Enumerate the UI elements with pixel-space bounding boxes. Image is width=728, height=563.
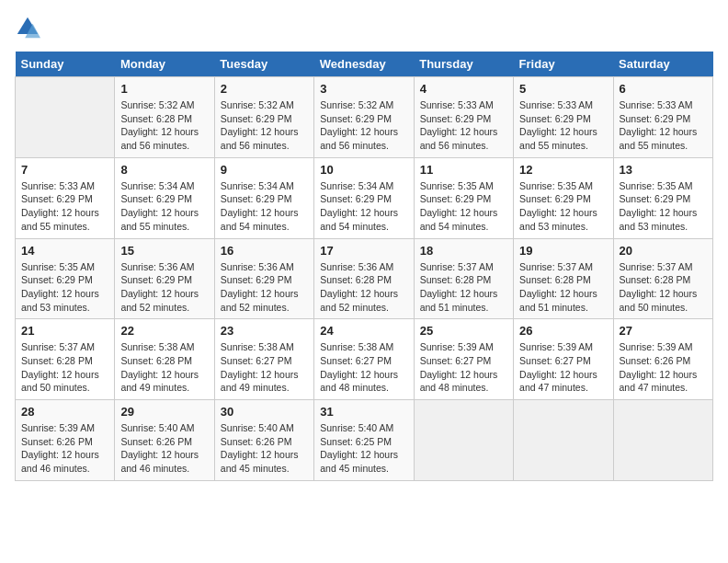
day-number: 28 [21, 405, 108, 419]
logo [15, 15, 44, 40]
calendar-cell: 13Sunrise: 5:35 AM Sunset: 6:29 PM Dayli… [613, 157, 712, 238]
day-info: Sunrise: 5:33 AM Sunset: 6:29 PM Dayligh… [519, 98, 607, 153]
day-number: 29 [120, 405, 208, 419]
day-number: 25 [420, 324, 507, 338]
header-cell-wednesday: Wednesday [314, 52, 414, 77]
calendar-cell: 10Sunrise: 5:34 AM Sunset: 6:29 PM Dayli… [314, 157, 414, 238]
day-info: Sunrise: 5:32 AM Sunset: 6:28 PM Dayligh… [120, 98, 208, 153]
calendar-cell: 5Sunrise: 5:33 AM Sunset: 6:29 PM Daylig… [514, 77, 613, 158]
header-cell-saturday: Saturday [613, 52, 712, 77]
calendar-cell: 25Sunrise: 5:39 AM Sunset: 6:27 PM Dayli… [414, 319, 513, 400]
calendar-cell [16, 77, 115, 158]
day-info: Sunrise: 5:35 AM Sunset: 6:29 PM Dayligh… [21, 260, 108, 315]
calendar-cell: 20Sunrise: 5:37 AM Sunset: 6:28 PM Dayli… [613, 238, 712, 319]
day-number: 21 [21, 324, 108, 338]
day-number: 10 [320, 163, 407, 177]
day-number: 16 [221, 244, 308, 258]
calendar-cell: 17Sunrise: 5:36 AM Sunset: 6:28 PM Dayli… [314, 238, 414, 319]
calendar-cell: 27Sunrise: 5:39 AM Sunset: 6:26 PM Dayli… [613, 319, 712, 400]
day-number: 1 [120, 82, 208, 96]
calendar-cell: 7Sunrise: 5:33 AM Sunset: 6:29 PM Daylig… [16, 157, 115, 238]
calendar-cell: 30Sunrise: 5:40 AM Sunset: 6:26 PM Dayli… [214, 400, 313, 481]
day-number: 19 [519, 244, 607, 258]
day-info: Sunrise: 5:33 AM Sunset: 6:29 PM Dayligh… [620, 98, 707, 153]
calendar-cell: 21Sunrise: 5:37 AM Sunset: 6:28 PM Dayli… [16, 319, 115, 400]
day-info: Sunrise: 5:33 AM Sunset: 6:29 PM Dayligh… [420, 98, 507, 153]
week-row-4: 21Sunrise: 5:37 AM Sunset: 6:28 PM Dayli… [16, 319, 713, 400]
day-number: 20 [620, 244, 707, 258]
day-number: 18 [420, 244, 507, 258]
day-info: Sunrise: 5:37 AM Sunset: 6:28 PM Dayligh… [620, 260, 707, 315]
day-info: Sunrise: 5:37 AM Sunset: 6:28 PM Dayligh… [420, 260, 507, 315]
calendar-cell: 1Sunrise: 5:32 AM Sunset: 6:28 PM Daylig… [115, 77, 214, 158]
day-info: Sunrise: 5:36 AM Sunset: 6:29 PM Dayligh… [221, 260, 308, 315]
day-info: Sunrise: 5:39 AM Sunset: 6:26 PM Dayligh… [620, 340, 707, 395]
day-info: Sunrise: 5:39 AM Sunset: 6:27 PM Dayligh… [519, 340, 607, 395]
week-row-2: 7Sunrise: 5:33 AM Sunset: 6:29 PM Daylig… [16, 157, 713, 238]
day-number: 2 [221, 82, 308, 96]
day-info: Sunrise: 5:40 AM Sunset: 6:26 PM Dayligh… [120, 421, 208, 476]
day-info: Sunrise: 5:37 AM Sunset: 6:28 PM Dayligh… [519, 260, 607, 315]
header [15, 15, 713, 40]
day-number: 30 [221, 405, 308, 419]
calendar-cell: 15Sunrise: 5:36 AM Sunset: 6:29 PM Dayli… [115, 238, 214, 319]
day-number: 14 [21, 244, 108, 258]
day-info: Sunrise: 5:38 AM Sunset: 6:28 PM Dayligh… [120, 340, 208, 395]
calendar-cell: 16Sunrise: 5:36 AM Sunset: 6:29 PM Dayli… [214, 238, 313, 319]
calendar-cell: 29Sunrise: 5:40 AM Sunset: 6:26 PM Dayli… [115, 400, 214, 481]
header-cell-sunday: Sunday [16, 52, 115, 77]
day-info: Sunrise: 5:39 AM Sunset: 6:26 PM Dayligh… [21, 421, 108, 476]
day-number: 23 [221, 324, 308, 338]
header-cell-tuesday: Tuesday [214, 52, 313, 77]
calendar-cell: 31Sunrise: 5:40 AM Sunset: 6:25 PM Dayli… [314, 400, 414, 481]
header-cell-friday: Friday [514, 52, 613, 77]
day-info: Sunrise: 5:32 AM Sunset: 6:29 PM Dayligh… [320, 98, 407, 153]
day-number: 17 [320, 244, 407, 258]
day-number: 27 [620, 324, 707, 338]
calendar-header: SundayMondayTuesdayWednesdayThursdayFrid… [16, 52, 713, 77]
calendar-cell: 8Sunrise: 5:34 AM Sunset: 6:29 PM Daylig… [115, 157, 214, 238]
week-row-3: 14Sunrise: 5:35 AM Sunset: 6:29 PM Dayli… [16, 238, 713, 319]
calendar-cell: 11Sunrise: 5:35 AM Sunset: 6:29 PM Dayli… [414, 157, 513, 238]
calendar-cell: 22Sunrise: 5:38 AM Sunset: 6:28 PM Dayli… [115, 319, 214, 400]
day-info: Sunrise: 5:33 AM Sunset: 6:29 PM Dayligh… [21, 179, 108, 234]
day-info: Sunrise: 5:37 AM Sunset: 6:28 PM Dayligh… [21, 340, 108, 395]
calendar-cell: 26Sunrise: 5:39 AM Sunset: 6:27 PM Dayli… [514, 319, 613, 400]
calendar-cell [613, 400, 712, 481]
day-number: 4 [420, 82, 507, 96]
day-number: 8 [120, 163, 208, 177]
day-info: Sunrise: 5:32 AM Sunset: 6:29 PM Dayligh… [221, 98, 308, 153]
day-number: 3 [320, 82, 407, 96]
logo-icon [15, 15, 40, 40]
calendar-cell [414, 400, 513, 481]
day-number: 13 [620, 163, 707, 177]
day-number: 22 [120, 324, 208, 338]
day-number: 12 [519, 163, 607, 177]
week-row-5: 28Sunrise: 5:39 AM Sunset: 6:26 PM Dayli… [16, 400, 713, 481]
day-info: Sunrise: 5:34 AM Sunset: 6:29 PM Dayligh… [320, 179, 407, 234]
day-number: 31 [320, 405, 407, 419]
day-info: Sunrise: 5:40 AM Sunset: 6:25 PM Dayligh… [320, 421, 407, 476]
calendar-cell [514, 400, 613, 481]
day-number: 5 [519, 82, 607, 96]
calendar-cell: 4Sunrise: 5:33 AM Sunset: 6:29 PM Daylig… [414, 77, 513, 158]
calendar-cell: 3Sunrise: 5:32 AM Sunset: 6:29 PM Daylig… [314, 77, 414, 158]
calendar-table: SundayMondayTuesdayWednesdayThursdayFrid… [15, 52, 713, 481]
day-info: Sunrise: 5:39 AM Sunset: 6:27 PM Dayligh… [420, 340, 507, 395]
header-cell-monday: Monday [115, 52, 214, 77]
day-number: 15 [120, 244, 208, 258]
day-number: 7 [21, 163, 108, 177]
day-info: Sunrise: 5:34 AM Sunset: 6:29 PM Dayligh… [221, 179, 308, 234]
calendar-body: 1Sunrise: 5:32 AM Sunset: 6:28 PM Daylig… [16, 77, 713, 481]
day-info: Sunrise: 5:36 AM Sunset: 6:29 PM Dayligh… [120, 260, 208, 315]
calendar-cell: 9Sunrise: 5:34 AM Sunset: 6:29 PM Daylig… [214, 157, 313, 238]
day-number: 9 [221, 163, 308, 177]
calendar-cell: 24Sunrise: 5:38 AM Sunset: 6:27 PM Dayli… [314, 319, 414, 400]
day-info: Sunrise: 5:35 AM Sunset: 6:29 PM Dayligh… [620, 179, 707, 234]
day-number: 24 [320, 324, 407, 338]
day-number: 26 [519, 324, 607, 338]
calendar-cell: 18Sunrise: 5:37 AM Sunset: 6:28 PM Dayli… [414, 238, 513, 319]
week-row-1: 1Sunrise: 5:32 AM Sunset: 6:28 PM Daylig… [16, 77, 713, 158]
day-info: Sunrise: 5:35 AM Sunset: 6:29 PM Dayligh… [420, 179, 507, 234]
day-info: Sunrise: 5:38 AM Sunset: 6:27 PM Dayligh… [221, 340, 308, 395]
